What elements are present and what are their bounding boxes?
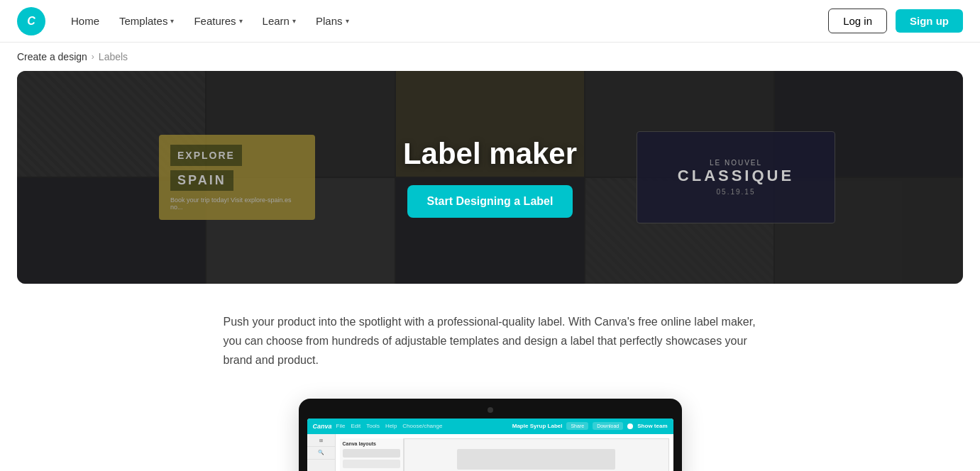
device-sidebar: ⊞ 🔍 bbox=[307, 434, 336, 471]
device-sidebar-search[interactable]: 🔍 bbox=[307, 447, 335, 460]
nav-home[interactable]: Home bbox=[62, 9, 108, 33]
device-sidebar-layers[interactable]: ⊞ bbox=[307, 434, 335, 447]
device-bar-right: Maple Syrup Label Share Download Show te… bbox=[512, 422, 668, 430]
device-canvas-inner bbox=[457, 449, 615, 470]
signup-button[interactable]: Sign up bbox=[896, 9, 963, 33]
nav-learn[interactable]: Learn ▾ bbox=[254, 9, 304, 33]
hero-title: Label maker bbox=[403, 137, 577, 171]
nav-templates-label: Templates bbox=[119, 15, 167, 27]
breadcrumb-separator: › bbox=[92, 52, 94, 62]
device-canvas bbox=[404, 438, 669, 471]
logo-text: C bbox=[27, 15, 35, 28]
canva-logo[interactable]: C bbox=[17, 7, 45, 35]
description-section: Push your product into the spotlight wit… bbox=[207, 312, 774, 370]
device-layout-item-2 bbox=[343, 460, 400, 468]
features-chevron-icon: ▾ bbox=[239, 17, 243, 25]
breadcrumb: Create a design › Labels bbox=[0, 43, 980, 71]
nav-home-label: Home bbox=[71, 15, 99, 27]
learn-chevron-icon: ▾ bbox=[292, 17, 296, 25]
nav-plans[interactable]: Plans ▾ bbox=[307, 9, 358, 33]
device-layouts-panel: Canva layouts NEW bbox=[340, 438, 404, 471]
plans-chevron-icon: ▾ bbox=[346, 17, 349, 25]
device-camera bbox=[488, 407, 493, 413]
navbar: C Home Templates ▾ Features ▾ Learn ▾ Pl… bbox=[0, 0, 980, 43]
breadcrumb-current: Labels bbox=[99, 51, 128, 62]
device-download-btn[interactable]: Download bbox=[593, 422, 623, 430]
nav-plans-label: Plans bbox=[316, 15, 343, 27]
nav-learn-label: Learn bbox=[263, 15, 290, 27]
device-menu-choose[interactable]: Choose/change bbox=[402, 423, 442, 429]
device-menu-edit[interactable]: Edit bbox=[351, 423, 360, 429]
device-title: Maple Syrup Label bbox=[512, 423, 563, 429]
device-sidebar-layers-label: ⊞ bbox=[319, 438, 323, 443]
templates-chevron-icon: ▾ bbox=[170, 17, 174, 25]
login-button[interactable]: Log in bbox=[828, 9, 887, 33]
description-text: Push your product into the spotlight wit… bbox=[224, 312, 757, 370]
device-toggle[interactable] bbox=[627, 423, 633, 429]
device-menu-bar: File Edit Tools Help Choose/change bbox=[336, 423, 443, 429]
device-screen: Canva File Edit Tools Help Choose/change… bbox=[307, 419, 673, 471]
nav-features-label: Features bbox=[194, 15, 236, 27]
breadcrumb-parent[interactable]: Create a design bbox=[17, 51, 87, 62]
device-share-btn[interactable]: Share bbox=[566, 422, 588, 430]
device-layout-item-1 bbox=[343, 449, 400, 458]
hero-banner: Explore Spain Book your trip today! Visi… bbox=[17, 71, 963, 284]
device-menu-tools[interactable]: Tools bbox=[366, 423, 380, 429]
device-screen-bar: Canva File Edit Tools Help Choose/change… bbox=[307, 419, 673, 434]
nav-templates[interactable]: Templates ▾ bbox=[111, 9, 182, 33]
device-menu-file[interactable]: File bbox=[336, 423, 346, 429]
device-screen-main: Canva layouts NEW bbox=[336, 434, 673, 471]
device-preview-section: Canva File Edit Tools Help Choose/change… bbox=[0, 399, 980, 471]
device-screen-content: ⊞ 🔍 Canva layouts NEW bbox=[307, 434, 673, 471]
device-frame: Canva File Edit Tools Help Choose/change… bbox=[299, 399, 682, 471]
hero-center-content: Label maker Start Designing a Label bbox=[17, 71, 963, 284]
device-sidebar-search-icon: 🔍 bbox=[318, 450, 324, 455]
nav-features[interactable]: Features ▾ bbox=[185, 9, 250, 33]
nav-auth: Log in Sign up bbox=[828, 9, 963, 33]
nav-links: Home Templates ▾ Features ▾ Learn ▾ Plan… bbox=[62, 9, 828, 33]
device-show-team: Show team bbox=[637, 423, 667, 429]
start-designing-button[interactable]: Start Designing a Label bbox=[407, 185, 573, 218]
device-menu-help[interactable]: Help bbox=[385, 423, 397, 429]
device-canva-logo: Canva bbox=[313, 423, 332, 430]
device-layouts-title: Canva layouts bbox=[343, 441, 400, 446]
